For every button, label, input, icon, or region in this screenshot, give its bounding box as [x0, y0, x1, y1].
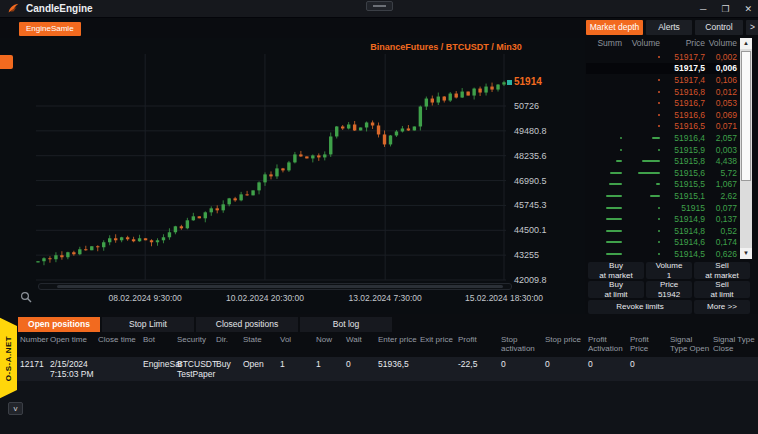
window-controls: ─ ❐ ✕	[700, 0, 752, 18]
depth-volume: 0,071	[705, 121, 737, 131]
buy-at-market-button[interactable]: Buy at market	[588, 262, 644, 279]
tab-closed-positions[interactable]: Closed positions	[196, 317, 298, 332]
depth-volume: 4,438	[705, 156, 737, 166]
depth-row[interactable]: 51915,12,62	[586, 190, 737, 202]
positions-column-header[interactable]: Dir.	[216, 336, 241, 345]
magnifier-icon[interactable]	[20, 291, 32, 303]
y-axis-tick: 43255	[514, 250, 574, 260]
depth-row[interactable]: 51916,60,069	[586, 109, 737, 121]
positions-column-header[interactable]: Stop price	[545, 336, 586, 345]
tab-market-depth[interactable]: Market depth	[586, 20, 643, 35]
buy-at-limit-button[interactable]: Buy at limit	[588, 281, 644, 298]
scroll-up-icon[interactable]: ▲	[740, 38, 752, 49]
col-price: Price	[664, 38, 705, 51]
positions-column-header[interactable]: Bot	[143, 336, 175, 345]
depth-price: 51917,7	[664, 52, 705, 62]
x-axis-tick: 08.02.2024 9:30:00	[109, 293, 182, 303]
depth-price: 51917,4	[664, 75, 705, 85]
bottom-dropdown-button[interactable]: v	[8, 402, 23, 415]
chart-side-handle[interactable]	[0, 55, 13, 69]
positions-column-header[interactable]: Open time	[50, 336, 96, 345]
tab-stop-limit[interactable]: Stop Limit	[102, 317, 194, 332]
volume-field[interactable]: Volume 1	[646, 262, 692, 279]
tabs-overflow-button[interactable]: >	[746, 20, 758, 35]
price-field[interactable]: Price 51942	[646, 281, 692, 298]
positions-column-header[interactable]: Profit Price	[630, 336, 668, 354]
position-cell: 1	[316, 360, 344, 370]
market-depth-table: Summ Volume Price Volume 51917,70,002519…	[586, 38, 737, 260]
depth-scrollbar-thumb[interactable]	[741, 51, 751, 181]
depth-volume: 2,62	[705, 191, 737, 201]
col-volume-2: Volume	[705, 38, 737, 51]
positions-column-header[interactable]: Number	[20, 336, 48, 345]
tab-control[interactable]: Control	[695, 20, 743, 35]
positions-column-header[interactable]: Now	[316, 336, 344, 345]
positions-column-header[interactable]: Close time	[98, 336, 141, 345]
scroll-down-icon[interactable]: ▼	[740, 248, 752, 259]
sell-at-limit-button[interactable]: Sell at limit	[694, 281, 750, 298]
positions-column-header[interactable]: Enter price	[378, 336, 418, 345]
depth-row[interactable]: 51915,90,003	[586, 144, 737, 156]
depth-price: 51915,1	[664, 191, 705, 201]
positions-column-header[interactable]: Security	[177, 336, 214, 345]
depth-row[interactable]: 51914,80,52	[586, 225, 737, 237]
positions-column-header[interactable]: Signal Type Open	[670, 336, 711, 354]
position-cell: 0	[346, 360, 376, 370]
depth-volume: 0,053	[705, 98, 737, 108]
y-axis-tick: 48235.6	[514, 151, 574, 161]
depth-row[interactable]: 51916,42,057	[586, 132, 737, 144]
depth-price: 51915	[664, 203, 705, 213]
current-price-label: 51914	[514, 76, 542, 87]
depth-row[interactable]: 51915,65,72	[586, 167, 737, 179]
sell-at-market-button[interactable]: Sell at market	[694, 262, 750, 279]
depth-row[interactable]: 51916,50,071	[586, 121, 737, 133]
tab-alerts[interactable]: Alerts	[646, 20, 692, 35]
depth-row[interactable]: 51915,84,438	[586, 155, 737, 167]
positions-column-header[interactable]: State	[243, 336, 278, 345]
more-button[interactable]: More >>	[694, 300, 750, 314]
depth-price: 51915,6	[664, 168, 705, 178]
y-axis-tick: 50726	[514, 101, 574, 111]
depth-row[interactable]: 51917,50,006	[586, 63, 737, 75]
positions-column-header[interactable]: Vol	[280, 336, 312, 345]
depth-row[interactable]: 51915,51,067	[586, 179, 737, 191]
y-axis-tick: 42009.8	[514, 275, 574, 285]
positions-column-header[interactable]: Exit price	[420, 336, 456, 345]
depth-row[interactable]: 51916,80,012	[586, 86, 737, 98]
positions-column-header[interactable]: Signal Type Close	[713, 336, 757, 354]
titlebar-drag-handle[interactable]	[366, 1, 393, 11]
positions-column-header[interactable]: Stop activation	[501, 336, 543, 354]
chart-scrollbar-thumb[interactable]	[57, 285, 503, 288]
y-axis-tick: 45745.3	[514, 200, 574, 210]
minimize-button[interactable]: ─	[700, 0, 706, 18]
position-row[interactable]: 121712/15/2024 7:15:03 PMEngineSarBTCUSD…	[0, 357, 758, 381]
positions-column-header[interactable]: Wait	[346, 336, 376, 345]
engine-sample-button[interactable]: EngineSamle	[19, 22, 81, 36]
candleengine-logo-icon	[7, 2, 20, 15]
y-axis-tick: 46990.5	[514, 176, 574, 186]
position-cell: Buy	[216, 360, 241, 370]
app-window: CandleEngine ─ ❐ ✕ EngineSamle BinanceFu…	[0, 0, 758, 434]
position-cell: 2/15/2024 7:15:03 PM	[50, 360, 96, 380]
close-button[interactable]: ✕	[744, 0, 752, 18]
chart-horizontal-scrollbar[interactable]	[38, 283, 512, 290]
depth-row[interactable]: 51914,90,137	[586, 213, 737, 225]
depth-row[interactable]: 51917,70,002	[586, 51, 737, 63]
positions-column-header[interactable]: Profit	[458, 336, 499, 345]
positions-header: NumberOpen timeClose timeBotSecurityDir.…	[0, 334, 758, 356]
depth-row[interactable]: 51914,50,626	[586, 248, 737, 260]
revoke-limits-button[interactable]: Revoke limits	[588, 300, 692, 314]
tab-open-positions[interactable]: Open positions	[18, 317, 100, 332]
chart-canvas[interactable]	[36, 44, 506, 284]
depth-scrollbar[interactable]: ▲ ▼	[740, 38, 752, 259]
depth-row[interactable]: 51916,70,053	[586, 97, 737, 109]
positions-tabs: Open positions Stop Limit Closed positio…	[18, 317, 392, 332]
depth-row[interactable]: 51917,40,106	[586, 74, 737, 86]
depth-row[interactable]: 51914,60,174	[586, 237, 737, 249]
depth-price: 51914,8	[664, 226, 705, 236]
positions-column-header[interactable]: Profit Activation	[588, 336, 628, 354]
position-cell: Open	[243, 360, 278, 370]
maximize-button[interactable]: ❐	[721, 0, 729, 18]
depth-row[interactable]: 519150,077	[586, 202, 737, 214]
tab-bot-log[interactable]: Bot log	[300, 317, 392, 332]
